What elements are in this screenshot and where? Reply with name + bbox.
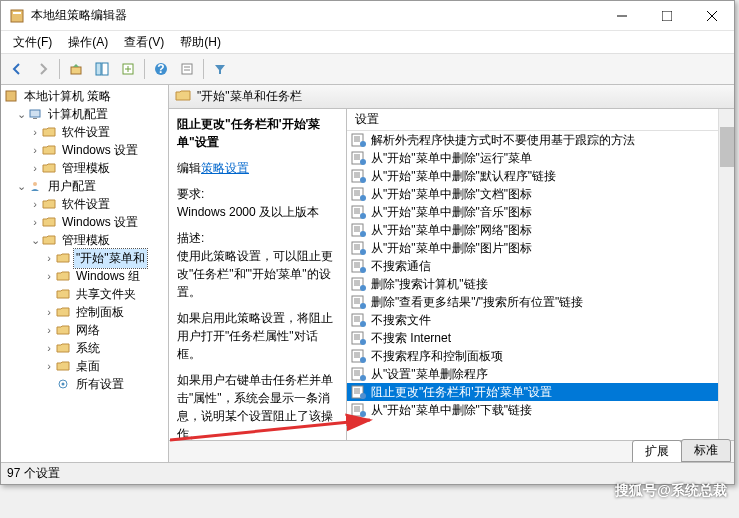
policy-icon (3, 88, 19, 104)
expand-icon[interactable]: › (29, 216, 41, 228)
show-hide-tree-button[interactable] (90, 57, 114, 81)
list-item[interactable]: 不搜索文件 (347, 311, 718, 329)
list-item[interactable]: 从"开始"菜单中删除"运行"菜单 (347, 149, 718, 167)
menu-help[interactable]: 帮助(H) (172, 32, 229, 53)
expand-icon[interactable]: › (43, 360, 55, 372)
list-header[interactable]: 设置 (347, 109, 718, 131)
tree-admin-templates[interactable]: ⌄管理模板 (3, 231, 166, 249)
maximize-button[interactable] (644, 1, 689, 30)
tree-control-panel[interactable]: ›控制面板 (3, 303, 166, 321)
list-item[interactable]: 删除"搜索计算机"链接 (347, 275, 718, 293)
menubar: 文件(F) 操作(A) 查看(V) 帮助(H) (1, 31, 734, 53)
forward-button[interactable] (31, 57, 55, 81)
tab-standard[interactable]: 标准 (681, 439, 731, 462)
menu-action[interactable]: 操作(A) (60, 32, 116, 53)
tree-user-config[interactable]: ⌄用户配置 (3, 177, 166, 195)
list-item[interactable]: 阻止更改"任务栏和'开始'菜单"设置 (347, 383, 718, 401)
tree-pane[interactable]: 本地计算机 策略 ⌄计算机配置 ›软件设置 ›Windows 设置 ›管理模板 … (1, 85, 169, 462)
filter-button[interactable] (208, 57, 232, 81)
close-button[interactable] (689, 1, 734, 30)
tree-system[interactable]: ›系统 (3, 339, 166, 357)
list-item-label: 从"开始"菜单中删除"下载"链接 (371, 402, 532, 419)
svg-point-95 (360, 393, 366, 399)
list-item[interactable]: 不搜索程序和控制面板项 (347, 347, 718, 365)
collapse-icon[interactable]: ⌄ (15, 108, 27, 121)
svg-point-85 (360, 357, 366, 363)
expand-icon[interactable]: › (43, 306, 55, 318)
menu-file[interactable]: 文件(F) (5, 32, 60, 53)
list-item[interactable]: 从"开始"菜单中删除"下载"链接 (347, 401, 718, 419)
svg-rect-3 (662, 11, 672, 21)
list-item[interactable]: 不搜索通信 (347, 257, 718, 275)
help-button[interactable]: ? (149, 57, 173, 81)
tree-windows-settings[interactable]: ›Windows 设置 (3, 213, 166, 231)
list-item-label: 不搜索程序和控制面板项 (371, 348, 503, 365)
svg-point-70 (360, 303, 366, 309)
tree-admin-templates[interactable]: ›管理模板 (3, 159, 166, 177)
list-item[interactable]: 从"开始"菜单中删除"音乐"图标 (347, 203, 718, 221)
list-item[interactable]: 不搜索 Internet (347, 329, 718, 347)
policy-item-icon (351, 277, 367, 291)
tree-desktop[interactable]: ›桌面 (3, 357, 166, 375)
collapse-icon[interactable]: ⌄ (15, 180, 27, 193)
list-item-label: 删除"搜索计算机"链接 (371, 276, 488, 293)
tree-network[interactable]: ›网络 (3, 321, 166, 339)
up-button[interactable] (64, 57, 88, 81)
tree-software-settings[interactable]: ›软件设置 (3, 123, 166, 141)
list-item[interactable]: 从"开始"菜单中删除"图片"图标 (347, 239, 718, 257)
expand-icon[interactable]: › (29, 162, 41, 174)
svg-point-25 (360, 141, 366, 147)
tree-windows-components[interactable]: ›Windows 组 (3, 267, 166, 285)
scrollbar[interactable] (718, 109, 734, 440)
folder-icon (55, 340, 71, 356)
tree-windows-settings[interactable]: ›Windows 设置 (3, 141, 166, 159)
svg-text:?: ? (157, 62, 164, 76)
tree-computer-config[interactable]: ⌄计算机配置 (3, 105, 166, 123)
expand-icon[interactable]: › (29, 198, 41, 210)
list-item[interactable]: 从"开始"菜单中删除"网络"图标 (347, 221, 718, 239)
folder-icon (41, 124, 57, 140)
expand-icon[interactable]: › (43, 342, 55, 354)
svg-point-20 (62, 383, 65, 386)
policy-item-icon (351, 151, 367, 165)
export-button[interactable] (116, 57, 140, 81)
toolbar: ? (1, 53, 734, 85)
view-tabs: 扩展 标准 (169, 440, 734, 462)
expand-icon[interactable]: › (29, 126, 41, 138)
list-item-label: 不搜索文件 (371, 312, 431, 329)
settings-list[interactable]: 设置 解析外壳程序快捷方式时不要使用基于跟踪的方法从"开始"菜单中删除"运行"菜… (347, 109, 718, 440)
svg-rect-12 (182, 64, 192, 74)
back-button[interactable] (5, 57, 29, 81)
edit-policy-link[interactable]: 策略设置 (201, 161, 249, 175)
menu-view[interactable]: 查看(V) (116, 32, 172, 53)
user-icon (27, 178, 43, 194)
tree-shared-folders[interactable]: 共享文件夹 (3, 285, 166, 303)
list-item[interactable]: 从"开始"菜单中删除"文档"图标 (347, 185, 718, 203)
list-item[interactable]: 删除"查看更多结果"/"搜索所有位置"链接 (347, 293, 718, 311)
app-icon (9, 8, 25, 24)
tab-extended[interactable]: 扩展 (632, 440, 682, 462)
statusbar: 97 个设置 (1, 462, 734, 484)
expand-icon[interactable]: › (43, 252, 55, 264)
properties-button[interactable] (175, 57, 199, 81)
collapse-icon[interactable]: ⌄ (29, 234, 41, 247)
list-item[interactable]: 从"开始"菜单中删除"默认程序"链接 (347, 167, 718, 185)
tree-start-menu[interactable]: ›"开始"菜单和 (3, 249, 166, 267)
tree-root[interactable]: 本地计算机 策略 (3, 87, 166, 105)
expand-icon[interactable]: › (29, 144, 41, 156)
expand-icon[interactable]: › (43, 270, 55, 282)
list-item[interactable]: 解析外壳程序快捷方式时不要使用基于跟踪的方法 (347, 131, 718, 149)
folder-icon (55, 250, 71, 266)
tree-all-settings[interactable]: 所有设置 (3, 375, 166, 393)
setting-title: 阻止更改"任务栏和'开始'菜单"设置 (177, 115, 338, 151)
list-item[interactable]: 从"设置"菜单删除程序 (347, 365, 718, 383)
svg-rect-7 (96, 63, 101, 75)
list-item-label: 不搜索 Internet (371, 330, 451, 347)
titlebar[interactable]: 本地组策略编辑器 (1, 1, 734, 31)
tree-software-settings[interactable]: ›软件设置 (3, 195, 166, 213)
folder-icon (55, 322, 71, 338)
expand-icon[interactable]: › (43, 324, 55, 336)
list-item-label: 不搜索通信 (371, 258, 431, 275)
minimize-button[interactable] (599, 1, 644, 30)
list-item-label: 阻止更改"任务栏和'开始'菜单"设置 (371, 384, 552, 401)
